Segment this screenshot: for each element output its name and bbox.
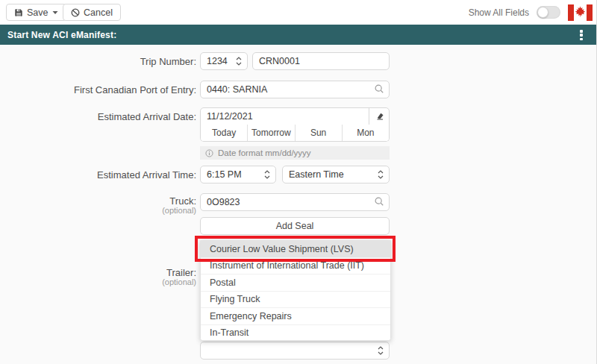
add-seal-button[interactable]: Add Seal	[200, 217, 390, 235]
clear-date-eraser-icon[interactable]	[369, 107, 390, 125]
date-format-note-text: Date format mm/dd/yyyy	[218, 148, 311, 157]
quick-date-sun[interactable]: Sun	[296, 125, 343, 141]
port-of-entry-field	[200, 81, 390, 98]
dropdown-option-in-transit[interactable]: In-Transit	[201, 325, 390, 342]
stepper-chevrons-icon	[264, 170, 270, 179]
arrival-date-field	[200, 107, 390, 125]
trip-sequence-value: 1234	[207, 56, 228, 66]
cancel-button-label: Cancel	[84, 7, 113, 18]
dropdown-option-courier-lvs[interactable]: Courier Low Value Shipment (LVS)	[201, 241, 390, 258]
canada-flag-icon	[568, 4, 593, 21]
stepper-chevrons-icon	[378, 346, 384, 355]
dropdown-option-flying-truck[interactable]: Flying Truck	[201, 292, 390, 309]
truck-input[interactable]	[200, 193, 390, 211]
trailer-select[interactable]	[200, 342, 390, 360]
kebab-menu-icon[interactable]	[580, 30, 583, 40]
date-format-note: Date format mm/dd/yyyy	[200, 146, 390, 160]
arrival-time-select[interactable]: 6:15 PM	[200, 166, 276, 183]
trip-number-label: Trip Number:	[0, 56, 196, 67]
trailer-optional-label: (optional)	[0, 277, 196, 286]
quick-date-buttons: Today Tomorrow Sun Mon	[200, 125, 390, 142]
save-button-label: Save	[27, 7, 49, 18]
quick-date-tomorrow[interactable]: Tomorrow	[248, 125, 295, 141]
quick-date-today[interactable]: Today	[201, 125, 248, 141]
dropdown-option-iit[interactable]: Instrument of International Trade (IIT)	[201, 258, 390, 275]
port-of-entry-input[interactable]	[200, 81, 390, 98]
toggle-knob	[537, 7, 548, 18]
save-icon	[14, 8, 23, 17]
panel-title: Start New ACI eManifest:	[0, 30, 116, 40]
dropdown-option-postal[interactable]: Postal	[201, 274, 390, 292]
shipment-type-dropdown: Courier Low Value Shipment (LVS) Instrum…	[200, 240, 391, 341]
form-area: Trip Number: 1234 First Canadian Port of…	[0, 45, 597, 364]
arrival-date-label: Estimated Arrival Date:	[0, 111, 196, 122]
panel-header: Start New ACI eManifest:	[0, 25, 597, 45]
port-of-entry-label: First Canadian Port of Entry:	[0, 84, 196, 95]
timezone-select[interactable]: Eastern Time	[282, 166, 390, 183]
show-all-fields-label: Show All Fields	[469, 7, 529, 18]
save-button[interactable]: Save	[6, 4, 66, 21]
truck-optional-label: (optional)	[0, 206, 196, 215]
cancel-prohibition-icon	[71, 8, 80, 17]
trailer-label: Trailer:	[0, 267, 196, 278]
top-toolbar: Save Cancel Show All Fields	[0, 0, 597, 25]
aci-emanifest-screen: Save Cancel Show All Fields	[0, 0, 597, 364]
arrival-date-input[interactable]	[200, 107, 390, 125]
trip-number-input[interactable]	[252, 52, 390, 70]
trip-sequence-stepper[interactable]: 1234	[200, 52, 248, 70]
quick-date-mon[interactable]: Mon	[343, 125, 389, 141]
truck-label: Truck:	[0, 195, 196, 207]
stepper-chevrons-icon	[236, 57, 242, 66]
stepper-chevrons-icon	[378, 170, 384, 179]
arrival-time-label: Estimated Arrival Time:	[0, 169, 196, 181]
info-icon	[205, 149, 213, 157]
cancel-button[interactable]: Cancel	[63, 4, 121, 21]
dropdown-option-emergency-repairs[interactable]: Emergency Repairs	[201, 308, 390, 325]
arrival-time-value: 6:15 PM	[207, 169, 242, 180]
truck-field	[200, 193, 390, 211]
show-all-fields-toggle[interactable]	[537, 6, 560, 19]
save-caret-down-icon	[52, 10, 58, 15]
timezone-value: Eastern Time	[289, 169, 344, 180]
